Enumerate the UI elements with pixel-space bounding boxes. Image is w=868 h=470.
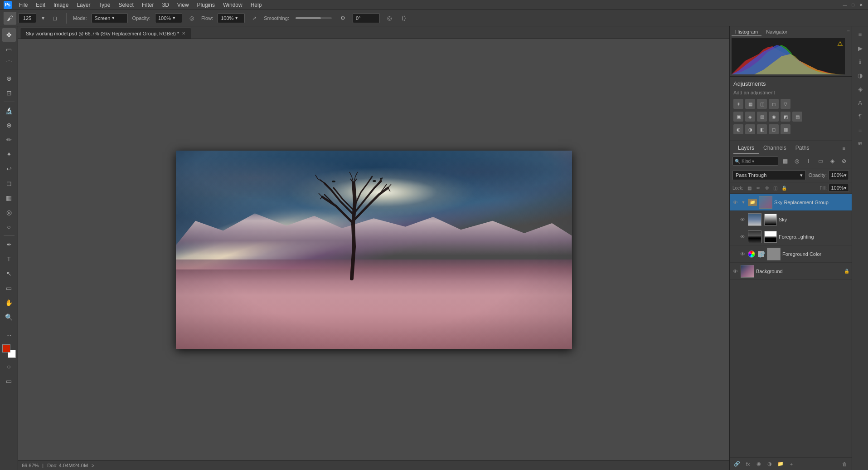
color-lookup-adj[interactable]: ▤	[792, 112, 802, 122]
filter-shape-layers[interactable]: ▭	[815, 156, 825, 166]
brush-size-display[interactable]: 125	[18, 13, 36, 23]
group-expand-sky[interactable]: ▼	[741, 200, 746, 205]
menu-edit[interactable]: Edit	[32, 1, 49, 9]
menu-image[interactable]: Image	[50, 1, 72, 9]
minimize-button[interactable]: —	[842, 2, 848, 8]
filter-adjustment-layers[interactable]: ◎	[792, 156, 802, 166]
tab-navigator[interactable]: Navigator	[762, 28, 791, 36]
lock-artboard[interactable]: ◫	[772, 184, 779, 191]
visibility-foreground-color[interactable]: 👁	[739, 250, 746, 258]
histogram-menu[interactable]: ≡	[847, 28, 850, 36]
visibility-sky-group[interactable]: 👁	[732, 199, 739, 206]
menu-plugins[interactable]: Plugins	[194, 1, 218, 9]
crop-tool[interactable]: ⊡	[2, 86, 16, 100]
bw-adj[interactable]: ▨	[757, 112, 767, 122]
lock-all[interactable]: 🔒	[781, 184, 788, 191]
layers-panel-menu[interactable]: ≡	[840, 146, 848, 151]
brush-tool-icon[interactable]: 🖌	[4, 12, 16, 24]
properties-icon[interactable]: ▶	[854, 42, 867, 54]
filter-pixel-layers[interactable]: ▦	[780, 156, 790, 166]
hsl-adj[interactable]: ▣	[733, 112, 743, 122]
filter-smart-objects[interactable]: ◈	[827, 156, 837, 166]
channel-mixer-adj[interactable]: ◩	[781, 112, 790, 122]
layer-foreground-color[interactable]: 👁 🔗 Foreground Color	[730, 245, 852, 263]
brush-options-icon[interactable]: ◻	[50, 13, 60, 23]
layer-sky[interactable]: 👁 Sky	[730, 211, 852, 228]
eyedropper-tool[interactable]: 🔬	[2, 104, 16, 118]
filter-type-layers[interactable]: T	[804, 156, 814, 166]
layers-icon-side[interactable]: ≡	[854, 123, 867, 136]
pen-tool[interactable]: ✒	[2, 238, 16, 251]
path-select-tool[interactable]: ↖	[2, 267, 16, 280]
opacity-value[interactable]: 100% ▾	[155, 13, 182, 23]
tab-layers[interactable]: Layers	[733, 143, 759, 154]
channels-icon-side[interactable]: ≋	[854, 137, 867, 150]
toggle-brush-settings[interactable]: ▾	[38, 13, 48, 23]
close-button[interactable]: ✕	[858, 2, 864, 8]
selective-color-adj[interactable]: ▩	[781, 124, 790, 134]
add-layer-button[interactable]: +	[787, 460, 796, 469]
menu-select[interactable]: Select	[115, 1, 137, 9]
curves-adj[interactable]: ◫	[757, 99, 767, 109]
layer-foreground-lighting[interactable]: 👁 Foregro...ghting	[730, 228, 852, 245]
link-layers-button[interactable]: 🔗	[732, 460, 742, 469]
paragraph-panel-icon[interactable]: ¶	[854, 110, 867, 122]
eraser-tool[interactable]: ◻	[2, 176, 16, 190]
status-arrow[interactable]: >	[92, 463, 94, 468]
marquee-tool[interactable]: ▭	[2, 43, 16, 56]
healing-tool[interactable]: ⊕	[2, 118, 16, 132]
adjustments-panel-icon[interactable]: ◑	[854, 69, 867, 82]
threshold-adj[interactable]: ◧	[757, 124, 767, 134]
canvas-viewport[interactable]	[18, 39, 729, 460]
menu-view[interactable]: View	[174, 1, 193, 9]
filter-toggle[interactable]: ⊘	[839, 156, 849, 166]
quick-select-tool[interactable]: ⊕	[2, 72, 16, 85]
photo-filter-adj[interactable]: ◉	[769, 112, 779, 122]
opacity-value[interactable]: 100% ▾	[829, 170, 849, 180]
visibility-background[interactable]: 👁	[732, 268, 739, 275]
menu-layer[interactable]: Layer	[73, 1, 94, 9]
add-group-button[interactable]: 📁	[776, 460, 785, 469]
lasso-tool[interactable]: ⌒	[2, 57, 16, 71]
delete-layer-button[interactable]: 🗑	[840, 460, 849, 469]
brush-tool[interactable]: ✏	[2, 133, 16, 147]
airbrush-toggle[interactable]: ◎	[187, 13, 197, 23]
mode-dropdown[interactable]: Screen ▾	[92, 13, 128, 23]
foreground-color-swatch[interactable]	[2, 344, 10, 352]
add-adjustment-button[interactable]: ◑	[765, 460, 774, 469]
flow-icon[interactable]: ↗	[249, 13, 259, 23]
type-panel-icon[interactable]: A	[854, 96, 867, 109]
menu-help[interactable]: Help	[247, 1, 266, 9]
layer-sky-replacement-group[interactable]: 👁 ▼ 📁 Sky Replacement Group	[730, 194, 852, 211]
add-layer-style-button[interactable]: fx	[743, 460, 752, 469]
tab-paths[interactable]: Paths	[791, 143, 814, 154]
clone-stamp-tool[interactable]: ✦	[2, 147, 16, 161]
levels-adj[interactable]: ▦	[745, 99, 755, 109]
invert-adj[interactable]: ◐	[733, 124, 743, 134]
menu-3d[interactable]: 3D	[158, 1, 172, 9]
shape-tool[interactable]: ▭	[2, 281, 16, 295]
color-balance-adj[interactable]: ◈	[745, 112, 755, 122]
menu-filter[interactable]: Filter	[138, 1, 158, 9]
maximize-button[interactable]: □	[850, 2, 856, 8]
lock-position[interactable]: ✜	[763, 184, 771, 191]
screen-mode[interactable]: ▭	[2, 374, 16, 388]
quick-mask-tool[interactable]: ○	[2, 360, 16, 373]
flow-value[interactable]: 100% ▾	[218, 13, 245, 23]
smoothing-settings[interactable]: ⚙	[338, 13, 348, 23]
gradient-tool[interactable]: ▦	[2, 191, 16, 205]
type-tool[interactable]: T	[2, 252, 16, 266]
document-tab[interactable]: Sky working model.psd @ 66.7% (Sky Repla…	[20, 28, 191, 39]
blend-mode-dropdown[interactable]: Pass Through ▾	[732, 170, 806, 180]
layer-background[interactable]: 👁 Background 🔒	[730, 263, 852, 280]
tab-histogram[interactable]: Histogram	[732, 28, 761, 36]
3d-icon[interactable]: ◈	[854, 83, 867, 95]
gradient-map-adj[interactable]: ◻	[769, 124, 779, 134]
lock-transparent-pixels[interactable]: ▦	[746, 184, 753, 191]
history-brush-tool[interactable]: ↩	[2, 162, 16, 176]
symmetry-icon[interactable]: ⟨⟩	[399, 13, 409, 23]
info-icon[interactable]: ℹ	[854, 55, 867, 68]
layer-filter-dropdown[interactable]: 🔍 Kind ▾	[732, 157, 778, 166]
fill-value[interactable]: 100% ▾	[829, 184, 849, 192]
libraries-icon[interactable]: ≡	[854, 28, 867, 41]
